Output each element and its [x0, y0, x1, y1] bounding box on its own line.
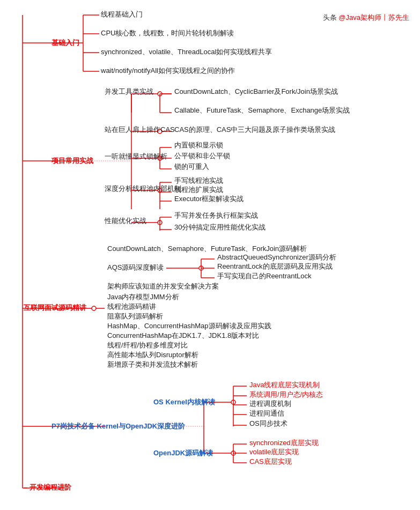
kernel-item-0: Java线程底层实现机制 — [249, 380, 320, 390]
internet-item-7: 线程/纤程/协程多维度对比 — [107, 341, 188, 350]
svg-point-63 — [231, 451, 235, 455]
pool-item-2: Executor框架解读实战 — [174, 194, 244, 204]
svg-point-38 — [158, 220, 162, 225]
aqs-sub-2: 手写实现自己的ReentrantLock — [217, 271, 312, 281]
lock-item-1: 公平锁和非公平锁 — [174, 151, 230, 161]
basics-item-2: synchronized、volatile、ThreadLocal如何实现线程共… — [101, 47, 272, 57]
mind-map: – 开发编程进阶 基础入门 线程基础入门 CPU核心数，线程数，时间片轮转机制解… — [0, 0, 420, 27]
svg-point-55 — [231, 400, 235, 404]
pool-label: 深度分析线程池内部机制 — [105, 184, 181, 194]
internet-item-9: 新增原子类和并发流技术解析 — [107, 360, 198, 369]
kernel-item-2: 进程调度机制 — [249, 399, 291, 409]
basics-item-1: CPU核心数，线程数，时间片轮转机制解读 — [101, 28, 234, 38]
tools-item-0: CountDownLatch、CyclicBarrier及Fork/Join场景… — [174, 87, 338, 97]
basics-item-0: 线程基础入门 — [101, 10, 143, 19]
internet-label: 互联网面试源码精讲 — [24, 303, 86, 313]
aqs-sub-0: AbstractQueuedSynchronizer源码分析 — [217, 253, 336, 262]
tools-item-1: Callable、FutureTask、Semaphore、Exchange场景… — [174, 106, 350, 115]
internet-item-2: Java内存模型JMM分析 — [107, 292, 179, 302]
watermark: 头条 @Java架构师丨苏先生 — [323, 13, 409, 23]
svg-point-44 — [92, 306, 96, 311]
perf-label: 性能优化实战 — [105, 216, 146, 226]
internet-item-3: 线程池源码精讲 — [107, 302, 156, 312]
cas-item: CAS的原理、CAS中三大问题及原子操作类场景实战 — [174, 125, 335, 135]
pool-item-0: 手写线程池实战 — [174, 176, 223, 186]
p7-label: P7岗技术必备 Kernel与OpenJDK深度进阶 — [51, 422, 185, 431]
internet-item-1: 架构师应该知道的并发安全解决方案 — [107, 282, 219, 291]
kernel-item-4: OS同步技术 — [249, 419, 288, 428]
internet-item-6: ConcurrentHashMap在JDK1.7、JDK1.8版本对比 — [107, 331, 259, 341]
basics-label: 基础入门 — [51, 38, 79, 48]
kernel-label: OS Kernel内核解读 — [153, 397, 215, 407]
internet-item-5: HashMap、ConcurrentHashMap源码解读及应用实践 — [107, 321, 271, 331]
lock-item-2: 锁的可重入 — [174, 162, 209, 172]
aqs-label: AQS源码深度解读 — [107, 263, 164, 272]
perf-item-0: 手写并发任务执行框架实战 — [174, 211, 258, 220]
kernel-item-1: 系统调用/用户态/内核态 — [249, 390, 323, 400]
project-label: 项目常用实战 — [51, 156, 93, 166]
kernel-item-3: 进程间通信 — [249, 409, 284, 418]
root-label: – 开发编程进阶 — [24, 483, 71, 492]
perf-item-1: 30分钟搞定应用性能优化实战 — [174, 223, 266, 232]
openjdk-item-0: synchronized底层实现 — [249, 438, 319, 448]
internet-item-8: 高性能本地队列Disruptor解析 — [107, 350, 198, 360]
basics-item-3: wait/notify/notifyAll如何实现线程之间的协作 — [101, 66, 235, 76]
svg-point-14 — [158, 92, 162, 96]
openjdk-item-1: volatile底层实现 — [249, 447, 299, 457]
openjdk-item-2: CAS底层实现 — [249, 457, 292, 467]
pool-item-1: 线程池扩展实战 — [174, 185, 223, 195]
aqs-sub-1: ReentrantLock的底层源码及应用实战 — [217, 262, 333, 271]
internet-item-4: 阻塞队列源码解析 — [107, 312, 163, 321]
cas-label: 站在巨人肩上操作CAS — [105, 125, 175, 135]
openjdk-label: OpenJDK源码解读 — [153, 448, 213, 458]
lock-label: 一听就懂显式锁解析 — [105, 152, 167, 161]
lock-item-0: 内置锁和显示锁 — [174, 141, 223, 150]
tools-label: 并发工具类实战 — [105, 87, 153, 97]
svg-point-47 — [199, 266, 203, 270]
